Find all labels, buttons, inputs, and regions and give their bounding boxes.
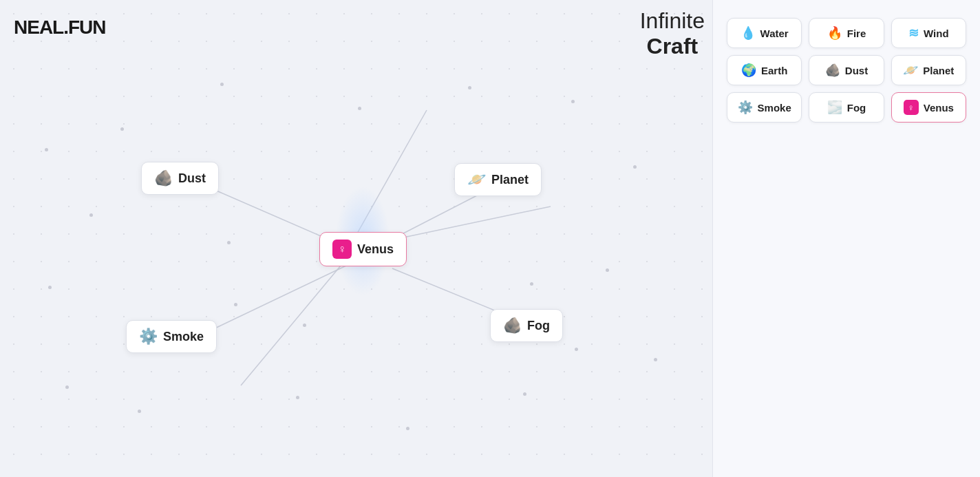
dust-emoji: 🪨 (154, 169, 173, 187)
canvas-card-dust[interactable]: 🪨 Dust (141, 162, 219, 195)
sidebar-item-dust[interactable]: 🪨 Dust (809, 55, 884, 85)
sidebar-item-fog[interactable]: 🌫️ Fog (809, 92, 884, 123)
sidebar-item-wind[interactable]: ≋ Wind (891, 18, 966, 48)
dot (65, 385, 69, 389)
sidebar-item-fire[interactable]: 🔥 Fire (809, 18, 884, 48)
dot (468, 86, 471, 89)
fog-sidebar-icon: 🌫️ (827, 100, 842, 115)
smoke-label: Smoke (163, 330, 204, 344)
smoke-sidebar-label: Smoke (758, 102, 791, 114)
venus-emoji: ♀ (332, 240, 352, 259)
venus-sidebar-icon: ♀ (904, 100, 919, 115)
fog-sidebar-label: Fog (847, 102, 866, 114)
venus-label: Venus (357, 242, 394, 257)
sidebar-item-planet[interactable]: 🪐 Planet (891, 55, 966, 85)
dot (220, 83, 224, 86)
dot (523, 392, 526, 396)
fire-icon: 🔥 (827, 25, 842, 41)
planet-label: Planet (491, 173, 529, 187)
sidebar-item-earth[interactable]: 🌍 Earth (727, 55, 802, 85)
canvas-card-planet[interactable]: 🪐 Planet (454, 163, 542, 196)
dot (120, 127, 124, 131)
svg-line-4 (351, 110, 427, 244)
sidebar-grid: 💧 Water 🔥 Fire ≋ Wind 🌍 Earth 🪨 Dust 🪐 P… (727, 18, 966, 123)
sidebar: 💧 Water 🔥 Fire ≋ Wind 🌍 Earth 🪨 Dust 🪐 P… (712, 0, 980, 477)
dot (234, 303, 237, 306)
logo: NEAL.FUN (14, 17, 106, 39)
dust-sidebar-icon: 🪨 (825, 63, 840, 78)
svg-line-2 (196, 265, 348, 337)
canvas-card-smoke[interactable]: ⚙️ Smoke (126, 320, 217, 353)
fog-emoji: 🪨 (503, 317, 522, 335)
water-icon: 💧 (741, 25, 756, 41)
dot (606, 268, 609, 272)
dot (296, 396, 299, 399)
smoke-sidebar-icon: ⚙️ (738, 100, 753, 115)
fire-label: Fire (847, 28, 866, 39)
title-line2: Craft (640, 34, 705, 59)
wind-label: Wind (924, 28, 949, 39)
dot (633, 165, 637, 169)
sidebar-item-venus[interactable]: ♀ Venus (891, 92, 966, 123)
sidebar-item-water[interactable]: 💧 Water (727, 18, 802, 48)
water-label: Water (760, 28, 789, 39)
title-line1: Infinite (640, 8, 705, 34)
sidebar-item-smoke[interactable]: ⚙️ Smoke (727, 92, 802, 123)
planet-sidebar-label: Planet (923, 65, 954, 76)
dot (358, 107, 361, 110)
canvas-card-venus[interactable]: ♀ Venus (319, 232, 407, 266)
dot (48, 286, 52, 289)
dot (89, 213, 93, 217)
dust-sidebar-label: Dust (845, 65, 868, 76)
planet-emoji: 🪐 (467, 171, 486, 189)
dust-label: Dust (178, 171, 206, 186)
earth-label: Earth (761, 65, 787, 76)
dot (575, 348, 578, 351)
dot (303, 324, 306, 327)
dot (406, 427, 409, 430)
dot (530, 282, 533, 286)
wind-icon: ≋ (908, 25, 919, 41)
dot (227, 241, 231, 244)
canvas-card-fog[interactable]: 🪨 Fog (490, 309, 563, 342)
app-title: Infinite Craft (640, 8, 705, 59)
planet-sidebar-icon: 🪐 (903, 63, 918, 78)
dot (571, 100, 575, 103)
fog-label: Fog (527, 319, 550, 333)
smoke-emoji: ⚙️ (139, 328, 158, 346)
svg-line-6 (241, 262, 344, 385)
branding: NEAL.FUN (0, 0, 712, 55)
dot (45, 148, 48, 151)
dot (138, 410, 141, 413)
earth-icon: 🌍 (741, 63, 756, 78)
venus-sidebar-label: Venus (924, 102, 954, 114)
canvas-area[interactable]: 🪨 Dust 🪐 Planet ♀ Venus ⚙️ Smoke 🪨 Fog (0, 0, 712, 477)
dot (654, 358, 657, 361)
